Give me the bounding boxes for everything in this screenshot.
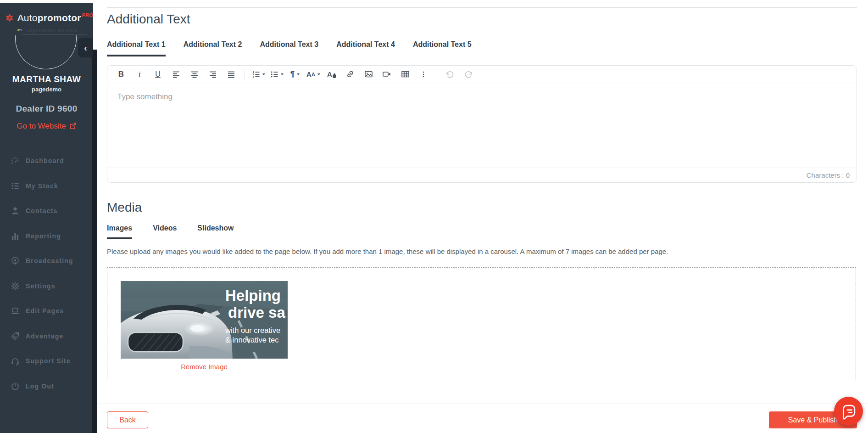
align-justify-icon	[227, 70, 235, 79]
tab-additional-text-5[interactable]: Additional Text 5	[413, 40, 472, 56]
align-justify-button[interactable]	[222, 66, 240, 83]
sidebar-item-edit-pages[interactable]: Edit Pages	[0, 298, 93, 324]
redo-icon	[464, 70, 473, 79]
spidersnet-pinwheel-icon	[17, 29, 22, 34]
banner-text-overlay: Helping drive sa with our creative & inn…	[225, 287, 288, 345]
power-icon	[11, 382, 20, 391]
align-right-button[interactable]	[204, 66, 222, 83]
sidebar-scrollbar[interactable]	[92, 50, 97, 433]
unordered-list-icon	[270, 70, 278, 79]
align-center-button[interactable]	[185, 66, 204, 83]
media-title: Media	[107, 200, 142, 215]
caret-down-icon	[297, 73, 300, 75]
insert-image-button[interactable]	[359, 66, 378, 83]
text-color-button[interactable]: A	[323, 66, 341, 83]
banner-title-line1: Helping	[225, 287, 288, 304]
chat-widget-button[interactable]	[834, 397, 863, 426]
user-handle: pagedemo	[0, 86, 93, 93]
insert-video-button[interactable]	[378, 66, 396, 83]
caret-down-icon	[262, 73, 265, 75]
gear-icon	[11, 281, 20, 291]
editor-text-area[interactable]: Type something	[107, 83, 857, 168]
sidebar-item-my-stock[interactable]: My Stock	[0, 174, 93, 199]
divider	[7, 138, 86, 138]
banner-title-line2: drive sa	[225, 304, 288, 321]
insert-link-button[interactable]	[341, 66, 359, 83]
go-to-website-link[interactable]: Go to Website	[0, 122, 93, 131]
undo-icon	[445, 70, 455, 79]
headset-icon	[11, 356, 20, 366]
unordered-list-button[interactable]	[267, 66, 286, 83]
sidebar-item-settings[interactable]: Settings	[0, 274, 93, 299]
avatar-logo-text: Spidersnet	[26, 29, 77, 34]
paragraph-icon: ¶	[290, 70, 295, 79]
rich-text-editor: B i U	[107, 65, 857, 183]
image-upload-dropzone[interactable]: Helping drive sa with our creative & inn…	[107, 267, 856, 380]
laptop-icon	[11, 306, 20, 315]
chevron-left-icon: ‹	[84, 43, 87, 53]
stock-list-icon	[11, 181, 20, 191]
sidebar-item-support-site[interactable]: Support Site	[0, 349, 93, 374]
undo-button[interactable]	[441, 66, 459, 83]
banner-sub-line1: with our creative	[225, 326, 288, 335]
tab-additional-text-3[interactable]: Additional Text 3	[260, 40, 318, 56]
remove-image-link[interactable]: Remove Image	[121, 363, 288, 371]
redo-button[interactable]	[459, 66, 478, 83]
ordered-list-button[interactable]: 123	[249, 66, 267, 83]
tab-additional-text-1[interactable]: Additional Text 1	[107, 40, 166, 56]
color-droplet-icon	[333, 73, 336, 78]
sidebar-item-reporting[interactable]: Reporting	[0, 224, 93, 249]
app-title: AutopromotorPRO	[17, 12, 93, 23]
vertical-dots-icon	[419, 70, 428, 79]
media-description: Please upload any images you would like …	[107, 247, 668, 255]
dealer-id: Dealer ID 9600	[0, 104, 93, 114]
video-camera-icon	[382, 70, 391, 79]
app-logo: AutopromotorPRO	[0, 3, 93, 27]
font-size-button[interactable]: AA	[304, 66, 323, 83]
italic-button[interactable]: i	[130, 66, 149, 83]
more-options-button[interactable]	[414, 66, 433, 83]
bold-button[interactable]: B	[112, 66, 130, 83]
tab-images[interactable]: Images	[107, 224, 132, 239]
sidebar-item-broadcasting[interactable]: Broadcasting	[0, 248, 93, 274]
sidebar-item-contacts[interactable]: Contacts	[0, 198, 93, 224]
tab-additional-text-4[interactable]: Additional Text 4	[336, 40, 395, 56]
svg-text:3: 3	[252, 75, 254, 78]
caret-down-icon	[281, 73, 284, 75]
back-button[interactable]: Back	[107, 411, 148, 428]
avatar-logo: Spidersnet	[17, 29, 77, 41]
toolbar-separator	[245, 69, 245, 80]
insert-table-button[interactable]	[396, 66, 414, 83]
main-content: Additional Text Additional Text 1 Additi…	[98, 0, 868, 433]
align-left-icon	[172, 70, 180, 79]
uploaded-image-card: Helping drive sa with our creative & inn…	[121, 281, 288, 371]
table-icon	[401, 70, 410, 79]
tab-slideshow[interactable]: Slideshow	[197, 224, 234, 239]
sidebar-menu: Dashboard My Stock Contacts	[0, 148, 93, 399]
caret-down-icon	[317, 73, 320, 75]
sidebar-item-advantage[interactable]: Advantage	[0, 324, 93, 349]
font-size-icon: A	[306, 70, 312, 78]
tab-videos[interactable]: Videos	[153, 224, 177, 239]
price-tag-icon	[11, 332, 20, 341]
underline-button[interactable]: U	[149, 66, 167, 83]
editor-toolbar: B i U	[107, 66, 857, 83]
sidebar: AutopromotorPRO Spidersnet ‹ MARTHA SHAW…	[0, 3, 93, 433]
character-count: Characters : 0	[807, 171, 850, 179]
paragraph-format-button[interactable]: ¶	[286, 66, 304, 83]
media-tabs: Images Videos Slideshow	[107, 224, 254, 239]
bar-chart-icon	[11, 231, 20, 241]
sidebar-collapse-button[interactable]: ‹	[78, 38, 93, 57]
external-link-icon	[69, 122, 77, 129]
tab-additional-text-2[interactable]: Additional Text 2	[184, 40, 242, 56]
user-name: MARTHA SHAW	[0, 74, 93, 84]
align-right-icon	[209, 70, 217, 79]
sidebar-item-dashboard[interactable]: Dashboard	[0, 148, 93, 174]
broadcast-icon	[11, 256, 20, 265]
image-icon	[364, 70, 373, 79]
align-center-icon	[190, 70, 199, 79]
ordered-list-icon: 123	[252, 70, 260, 79]
person-icon	[11, 206, 20, 215]
align-left-button[interactable]	[167, 66, 185, 83]
sidebar-item-log-out[interactable]: Log Out	[0, 374, 93, 399]
